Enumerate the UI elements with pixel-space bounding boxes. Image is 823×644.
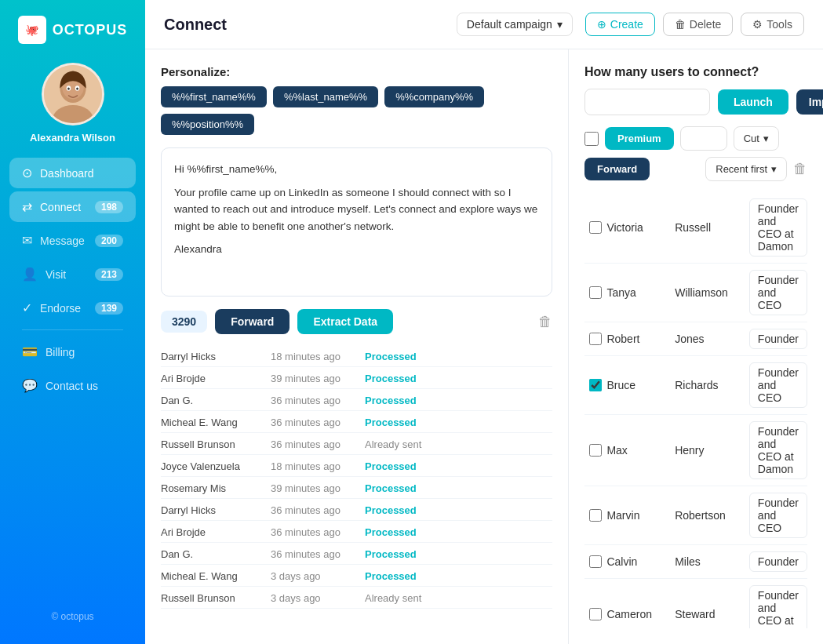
select-all-checkbox[interactable] [584,132,599,146]
visit-badge: 213 [95,268,123,281]
row-checkbox-area [584,286,606,299]
activity-row: Dan G. 36 minutes ago Processed [161,544,552,565]
connect-count-input[interactable] [584,89,710,115]
sidebar-item-connect-label: Connect [40,201,81,213]
sidebar-item-endorse-label: Endorse [40,302,81,315]
message-box[interactable]: Hi %%first_name%%, Your profile came up … [161,147,552,297]
right-panel: How many users to connect? Launch Import… [569,49,823,644]
row-checkbox-area [584,221,606,234]
contact-role[interactable]: Founder [749,329,807,349]
campaign-selector[interactable]: Default campaign ▾ [457,13,573,36]
topbar-actions: ⊕ Create 🗑 Delete ⚙ Tools [585,13,804,36]
contact-checkbox[interactable] [589,221,602,234]
activity-name: Micheal E. Wang [161,570,271,582]
activity-status: Processed [365,548,417,560]
sidebar: 🐙 OCTOPUS Alexandra Wilson ⊙ Dashboard [0,0,145,644]
create-button[interactable]: ⊕ Create [585,13,655,36]
tag-company[interactable]: %%company%% [384,86,484,107]
contact-checkbox[interactable] [589,444,602,457]
contact-checkbox[interactable] [589,333,602,345]
trash-contacts-button[interactable]: 🗑 [793,161,807,177]
recent-dropdown[interactable]: Recent first ▾ [705,157,787,181]
activity-time: 18 minutes ago [271,351,365,362]
import-button[interactable]: Import [796,89,823,115]
sidebar-item-message[interactable]: ✉ Message 200 [9,225,136,256]
contact-first-name: Tanya [606,286,675,299]
forward-filter-button[interactable]: Forward [584,158,650,180]
sidebar-item-dashboard[interactable]: ⊙ Dashboard [9,158,136,188]
activity-name: Micheal E. Wang [161,417,271,428]
nav-divider [22,329,123,330]
contact-first-name: Cameron [606,608,675,620]
logo-icon: 🐙 [18,16,46,44]
sidebar-item-connect[interactable]: ⇄ Connect 198 [9,191,136,222]
activity-status: Processed [365,351,417,362]
activity-row: Micheal E. Wang 36 minutes ago Processed [161,413,552,433]
sidebar-item-billing[interactable]: 💳 Billing [9,337,136,367]
logo-area: 🐙 OCTOPUS [18,16,128,44]
row-checkbox-area [584,444,606,457]
launch-button[interactable]: Launch [718,89,788,115]
tools-button[interactable]: ⚙ Tools [741,13,804,36]
activity-name: Ari Brojde [161,526,271,538]
contact-role[interactable]: Founder [749,551,807,572]
activity-row: Dan G. 36 minutes ago Processed [161,391,552,411]
activity-time: 18 minutes ago [271,460,365,472]
contact-checkbox[interactable] [589,509,602,522]
contact-role[interactable]: Founder and CEO [749,270,807,315]
contact-role[interactable]: Founder and CEO [749,493,807,538]
cut-input[interactable] [680,126,727,151]
connect-input-row: Launch Import Export [584,89,807,115]
sidebar-item-contact[interactable]: 💬 Contact us [9,370,136,401]
row-checkbox-area [584,509,606,522]
activity-status: Processed [365,504,417,516]
extract-button[interactable]: Extract Data [297,309,393,334]
sidebar-item-contact-label: Contact us [46,380,98,392]
forward-button[interactable]: Forward [215,309,290,334]
sidebar-item-endorse[interactable]: ✓ Endorse 139 [9,293,136,323]
plus-circle-icon: ⊕ [597,18,606,31]
contact-role[interactable]: Founder and CEO at Damon [749,585,807,628]
activity-status: Processed [365,482,417,494]
delete-button[interactable]: 🗑 Delete [663,13,733,36]
activity-time: 36 minutes ago [271,548,365,560]
contact-last-name: Russell [675,221,749,234]
activity-status: Processed [365,373,417,384]
sidebar-item-visit[interactable]: 👤 Visit 213 [9,259,136,289]
billing-icon: 💳 [22,344,38,359]
gear-icon: ⚙ [752,18,763,31]
delete-list-button[interactable]: 🗑 [538,314,552,330]
activity-row: Ari Brojde 39 minutes ago Processed [161,369,552,389]
endorse-icon: ✓ [22,300,32,315]
activity-time: 39 minutes ago [271,373,365,384]
tag-first-name[interactable]: %%first_name%% [161,86,267,107]
contact-role[interactable]: Founder and CEO at Damon [749,198,807,257]
tag-position[interactable]: %%position%% [161,114,254,135]
chevron-down-icon: ▾ [763,133,769,144]
premium-filter-button[interactable]: Premium [605,127,674,150]
contact-checkbox[interactable] [589,379,602,391]
row-checkbox-area [584,333,606,345]
activity-row: Russell Brunson 3 days ago Already sent [161,588,552,609]
contact-checkbox[interactable] [589,286,602,299]
tag-last-name[interactable]: %%last_name%% [273,86,378,107]
main-content: Connect Default campaign ▾ ⊕ Create 🗑 De… [145,0,823,644]
cut-dropdown[interactable]: Cut ▾ [734,126,779,151]
activity-time: 36 minutes ago [271,504,365,516]
activity-time: 36 minutes ago [271,417,365,428]
avatar-area: Alexandra Wilson [30,63,115,144]
contact-first-name: Max [606,444,675,457]
contact-role[interactable]: Founder and CEO at Damon [749,421,807,479]
activity-name: Darryl Hicks [161,504,271,516]
contact-role[interactable]: Founder and CEO [749,362,807,408]
activity-time: 36 minutes ago [271,395,365,406]
contact-first-name: Robert [606,333,675,345]
message-body: Your profile came up on LinkedIn as some… [174,184,539,235]
contact-last-name: Miles [675,555,749,568]
contact-checkbox[interactable] [589,555,602,568]
personalize-section: Personalize: %%first_name%% %%last_name%… [161,65,552,135]
activity-name: Darryl Hicks [161,351,271,362]
contact-checkbox[interactable] [589,608,602,620]
activity-name: Dan G. [161,548,271,560]
user-name: Alexandra Wilson [30,132,115,144]
